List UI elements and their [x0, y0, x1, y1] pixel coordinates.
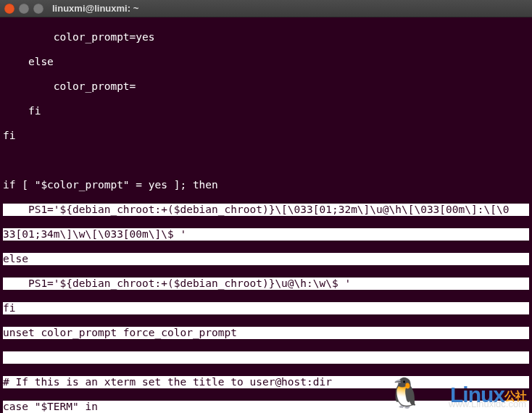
- close-icon[interactable]: [4, 4, 14, 14]
- code-line: [3, 154, 529, 167]
- tux-icon: 🐧: [387, 378, 423, 407]
- highlighted-line: 33[01;34m\]\w\[\033[00m\]\$ ': [3, 228, 529, 241]
- window-titlebar[interactable]: linuxmi@linuxmi: ~: [0, 0, 532, 17]
- highlighted-line: unset color_prompt force_color_prompt: [3, 327, 529, 339]
- window-title: linuxmi@linuxmi: ~: [52, 2, 138, 14]
- code-line: if [ "$color_prompt" = yes ]; then: [3, 179, 529, 191]
- highlighted-line: # If this is an xterm set the title to u…: [3, 376, 529, 388]
- highlighted-line: fi: [3, 302, 529, 314]
- code-line: color_prompt=yes: [3, 31, 529, 43]
- code-line: fi: [3, 105, 529, 117]
- highlighted-line: PS1='${debian_chroot:+($debian_chroot)}\…: [3, 204, 529, 216]
- code-line: else: [3, 56, 529, 68]
- minimize-icon[interactable]: [19, 4, 29, 14]
- highlighted-line: else: [3, 253, 529, 265]
- highlighted-line: PS1='${debian_chroot:+($debian_chroot)}\…: [3, 278, 529, 290]
- maximize-icon[interactable]: [33, 4, 43, 14]
- highlighted-line: case "$TERM" in: [3, 401, 529, 413]
- code-line: fi: [3, 130, 529, 142]
- highlighted-line: [3, 351, 529, 364]
- code-line: color_prompt=: [3, 80, 529, 93]
- terminal-viewport[interactable]: color_prompt=yes else color_prompt= fi f…: [0, 17, 532, 413]
